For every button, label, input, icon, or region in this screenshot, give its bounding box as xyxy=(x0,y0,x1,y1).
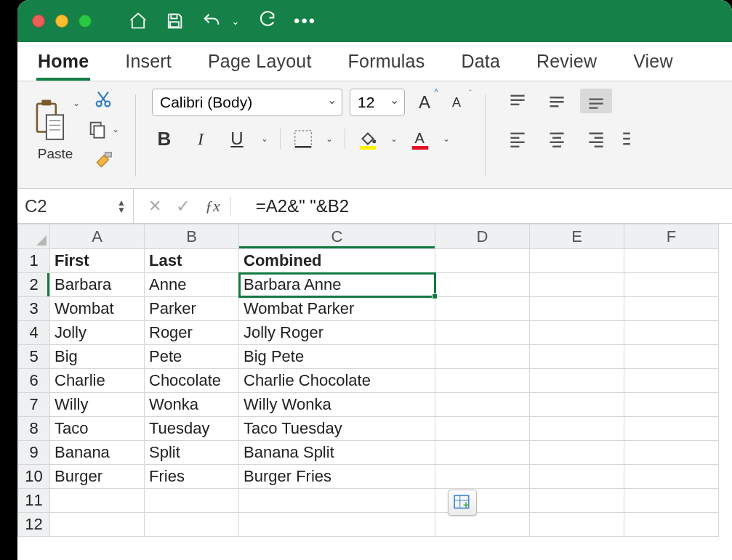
format-painter-icon[interactable] xyxy=(92,150,114,171)
cell[interactable] xyxy=(435,321,530,345)
cell[interactable] xyxy=(435,417,530,441)
cell[interactable] xyxy=(624,345,719,369)
cell[interactable]: Taco Tuesday xyxy=(239,417,435,441)
cell[interactable] xyxy=(435,513,530,537)
cell[interactable] xyxy=(624,273,719,297)
cell[interactable]: Roger xyxy=(145,321,239,345)
fill-color-icon[interactable] xyxy=(357,128,379,150)
col-header-a[interactable]: A xyxy=(50,224,145,249)
cell[interactable]: Barbara xyxy=(50,273,145,297)
cell[interactable] xyxy=(624,393,719,417)
cell[interactable]: Taco xyxy=(50,417,145,441)
cell[interactable]: Big Pete xyxy=(239,345,435,369)
cell[interactable] xyxy=(435,441,530,465)
autofill-options-button[interactable]: + xyxy=(448,490,477,516)
paste-button[interactable]: ⌄ Paste xyxy=(31,98,80,162)
row-header[interactable]: 3 xyxy=(18,297,50,321)
cell[interactable] xyxy=(530,513,624,537)
cell[interactable]: Wombat xyxy=(50,297,145,321)
cell[interactable]: Banana xyxy=(50,441,145,465)
row-header[interactable]: 8 xyxy=(18,417,50,441)
cell-active[interactable]: Barbara Anne xyxy=(239,273,435,297)
cell[interactable]: Combined xyxy=(239,249,435,273)
row-header[interactable]: 12 xyxy=(18,513,50,537)
worksheet-grid[interactable]: A B C D E F 1 First Last Combined 2 Barb… xyxy=(17,224,732,537)
cell[interactable] xyxy=(624,441,719,465)
cell[interactable] xyxy=(624,417,719,441)
undo-icon[interactable] xyxy=(201,11,222,31)
underline-dropdown-icon[interactable]: ⌄ xyxy=(261,134,268,144)
row-header[interactable]: 4 xyxy=(18,321,50,345)
cell[interactable]: Big xyxy=(50,345,145,369)
font-color-icon[interactable]: A xyxy=(409,128,431,150)
cell[interactable]: First xyxy=(50,249,145,273)
copy-dropdown-icon[interactable]: ⌄ xyxy=(112,124,119,134)
borders-dropdown-icon[interactable]: ⌄ xyxy=(326,134,333,144)
accept-formula-icon[interactable]: ✓ xyxy=(176,196,190,216)
close-window-button[interactable] xyxy=(32,15,45,28)
cell[interactable] xyxy=(435,393,530,417)
align-middle-icon[interactable] xyxy=(541,89,573,113)
cell[interactable]: Burger xyxy=(50,465,145,489)
cancel-formula-icon[interactable]: ✕ xyxy=(148,197,161,216)
align-right-icon[interactable] xyxy=(580,126,612,151)
cell[interactable] xyxy=(435,465,530,489)
row-header[interactable]: 6 xyxy=(18,369,50,393)
cell[interactable]: Last xyxy=(145,249,239,273)
paste-dropdown-icon[interactable]: ⌄ xyxy=(73,98,80,108)
cell[interactable] xyxy=(624,489,719,513)
namebox-step-down-icon[interactable]: ▼ xyxy=(117,206,126,214)
more-icon[interactable]: ••• xyxy=(294,11,316,31)
cell[interactable] xyxy=(530,369,624,393)
tab-data[interactable]: Data xyxy=(459,45,502,81)
bold-button[interactable]: B xyxy=(152,126,177,151)
cell[interactable]: Fries xyxy=(145,465,239,489)
cell[interactable] xyxy=(239,489,435,513)
cell[interactable] xyxy=(435,369,530,393)
row-header[interactable]: 1 xyxy=(18,249,50,273)
cell[interactable] xyxy=(50,513,145,537)
minimize-window-button[interactable] xyxy=(55,15,68,28)
indent-icon[interactable] xyxy=(619,126,634,151)
cell[interactable] xyxy=(530,489,624,513)
cell[interactable] xyxy=(624,369,719,393)
cell[interactable] xyxy=(530,297,624,321)
cell[interactable]: Wombat Parker xyxy=(239,297,435,321)
cell[interactable] xyxy=(435,345,530,369)
cell[interactable]: Parker xyxy=(145,297,239,321)
save-icon[interactable] xyxy=(164,11,185,31)
col-header-c[interactable]: C xyxy=(239,224,435,249)
row-header[interactable]: 10 xyxy=(18,465,50,489)
cell[interactable] xyxy=(50,489,145,513)
cell[interactable]: Tuesday xyxy=(145,417,239,441)
cell[interactable]: Pete xyxy=(145,345,239,369)
cell[interactable] xyxy=(530,273,624,297)
cell[interactable] xyxy=(624,465,719,489)
cell[interactable] xyxy=(530,249,624,273)
select-all-corner[interactable] xyxy=(18,224,50,249)
cell[interactable] xyxy=(530,345,624,369)
cell[interactable] xyxy=(624,321,719,345)
row-header[interactable]: 5 xyxy=(18,345,50,369)
fill-color-dropdown-icon[interactable]: ⌄ xyxy=(390,134,398,144)
cut-icon[interactable] xyxy=(93,89,113,109)
align-top-icon[interactable] xyxy=(502,89,534,113)
cell[interactable] xyxy=(145,489,239,513)
cell[interactable] xyxy=(530,393,624,417)
cell[interactable] xyxy=(624,249,719,273)
tab-view[interactable]: View xyxy=(632,45,675,81)
tab-insert[interactable]: Insert xyxy=(124,45,173,81)
align-left-icon[interactable] xyxy=(502,126,534,151)
col-header-e[interactable]: E xyxy=(530,224,624,249)
align-bottom-icon[interactable] xyxy=(580,89,612,113)
home-icon[interactable] xyxy=(128,11,148,31)
col-header-f[interactable]: F xyxy=(624,224,719,249)
tab-home[interactable]: Home xyxy=(36,45,90,81)
cell[interactable]: Burger Fries xyxy=(239,465,435,489)
row-header[interactable]: 7 xyxy=(18,393,50,417)
cell[interactable]: Willy Wonka xyxy=(239,393,435,417)
cell[interactable]: Charlie xyxy=(50,369,145,393)
row-header[interactable]: 9 xyxy=(18,441,50,465)
formula-input[interactable] xyxy=(246,196,732,216)
cell[interactable] xyxy=(530,321,624,345)
